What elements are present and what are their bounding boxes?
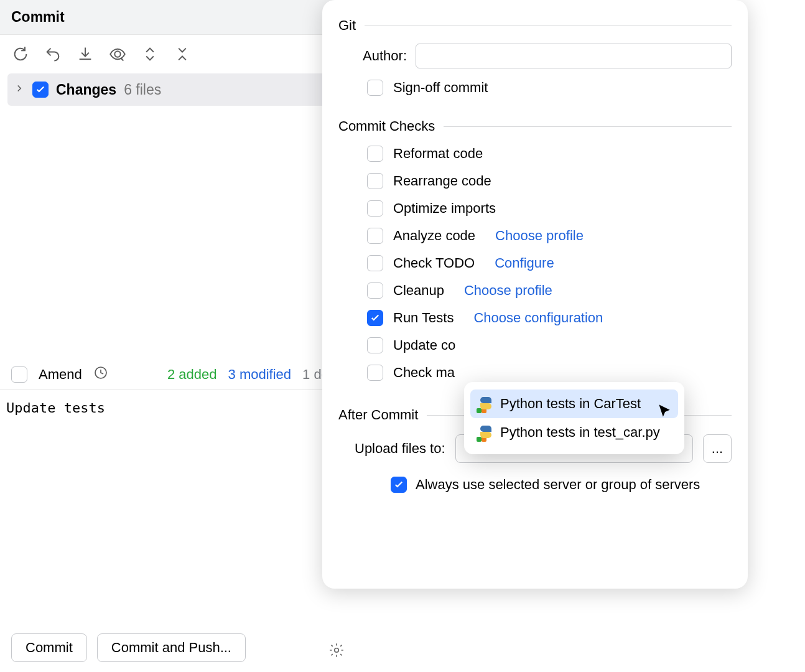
commit-checks-section-label: Commit Checks bbox=[338, 118, 435, 134]
commit-options-popover: Git Author: Sign-off commit Commit Check… bbox=[322, 0, 748, 589]
changelist-count: 6 files bbox=[124, 82, 161, 98]
cleanup-label: Cleanup bbox=[393, 282, 444, 299]
run-tests-checkbox[interactable] bbox=[367, 310, 383, 326]
upload-files-label: Upload files to: bbox=[355, 441, 445, 457]
update-copyright-checkbox[interactable] bbox=[367, 337, 383, 353]
check-ma-label: Check ma bbox=[393, 365, 455, 381]
commit-tool-window-header: Commit bbox=[0, 0, 351, 35]
run-tests-label: Run Tests bbox=[393, 310, 454, 326]
commit-message-text: Update tests bbox=[6, 400, 105, 416]
run-configuration-popup: Python tests in CarTest Python tests in … bbox=[464, 382, 684, 454]
check-todo-configure-link[interactable]: Configure bbox=[495, 255, 554, 271]
added-count: 2 added bbox=[167, 366, 217, 383]
check-todo-checkbox[interactable] bbox=[367, 255, 383, 271]
optimize-imports-label: Optimize imports bbox=[393, 200, 496, 217]
cleanup-checkbox[interactable] bbox=[367, 282, 383, 299]
rollback-icon[interactable] bbox=[44, 45, 62, 63]
rearrange-code-label: Rearrange code bbox=[393, 173, 491, 189]
always-use-server-checkbox[interactable] bbox=[391, 477, 407, 493]
svg-point-2 bbox=[335, 648, 339, 653]
check-ma-checkbox[interactable] bbox=[367, 365, 383, 381]
run-config-item[interactable]: Python tests in CarTest bbox=[470, 390, 678, 418]
gear-icon[interactable] bbox=[328, 642, 346, 660]
svg-point-0 bbox=[114, 51, 120, 57]
git-section-label: Git bbox=[338, 17, 356, 34]
run-config-item[interactable]: Python tests in test_car.py bbox=[470, 418, 678, 447]
commit-and-push-button[interactable]: Commit and Push... bbox=[97, 633, 246, 662]
python-test-icon bbox=[478, 396, 494, 412]
always-use-server-label: Always use selected server or group of s… bbox=[416, 477, 700, 493]
analyze-code-checkbox[interactable] bbox=[367, 228, 383, 244]
reformat-code-label: Reformat code bbox=[393, 146, 483, 162]
sign-off-label: Sign-off commit bbox=[393, 80, 488, 96]
choose-configuration-link[interactable]: Choose configuration bbox=[473, 310, 603, 326]
shelve-icon[interactable] bbox=[76, 45, 95, 63]
history-icon[interactable] bbox=[93, 365, 108, 384]
commit-toolbar bbox=[0, 35, 351, 73]
rearrange-code-checkbox[interactable] bbox=[367, 173, 383, 189]
default-changelist-row[interactable]: Changes 6 files bbox=[7, 73, 343, 106]
run-config-label: Python tests in CarTest bbox=[500, 396, 641, 412]
upload-target-browse-button[interactable]: ... bbox=[703, 434, 732, 463]
cursor-icon bbox=[656, 403, 672, 423]
amend-checkbox[interactable] bbox=[11, 366, 27, 383]
python-test-icon bbox=[478, 424, 494, 441]
commit-button[interactable]: Commit bbox=[11, 633, 87, 662]
analyze-choose-profile-link[interactable]: Choose profile bbox=[495, 228, 584, 244]
analyze-code-label: Analyze code bbox=[393, 228, 475, 244]
changelist-title: Changes bbox=[56, 82, 116, 98]
commit-message-input[interactable]: Update tests bbox=[0, 390, 351, 624]
cleanup-choose-profile-link[interactable]: Choose profile bbox=[464, 282, 552, 299]
commit-status-bar: Amend 2 added 3 modified 1 dele bbox=[0, 360, 351, 390]
chevron-right-icon[interactable] bbox=[14, 82, 25, 98]
panel-title: Commit bbox=[11, 9, 65, 26]
check-todo-label: Check TODO bbox=[393, 255, 475, 271]
after-commit-section-label: After Commit bbox=[338, 407, 418, 423]
author-label: Author: bbox=[338, 48, 416, 64]
optimize-imports-checkbox[interactable] bbox=[367, 200, 383, 217]
run-config-label: Python tests in test_car.py bbox=[500, 424, 660, 441]
changelist-checkbox[interactable] bbox=[32, 82, 49, 98]
collapse-all-icon[interactable] bbox=[173, 45, 192, 63]
sign-off-checkbox[interactable] bbox=[367, 80, 383, 96]
amend-label: Amend bbox=[39, 366, 82, 383]
update-copyright-label: Update co bbox=[393, 337, 455, 353]
refresh-icon[interactable] bbox=[11, 45, 30, 63]
expand-all-icon[interactable] bbox=[141, 45, 159, 63]
author-input[interactable] bbox=[416, 44, 732, 68]
diff-preview-icon[interactable] bbox=[108, 45, 127, 63]
reformat-code-checkbox[interactable] bbox=[367, 146, 383, 162]
modified-count: 3 modified bbox=[228, 366, 292, 383]
